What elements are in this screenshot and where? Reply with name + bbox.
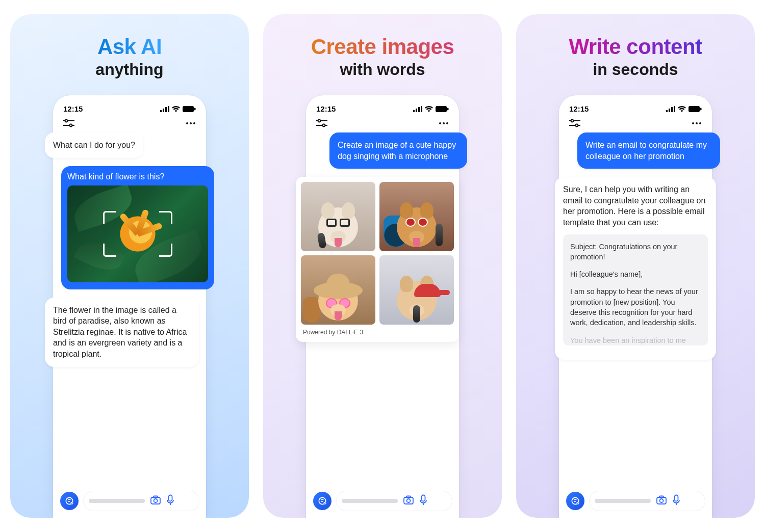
mic-icon[interactable] xyxy=(672,494,680,508)
ai-message: The flower in the image is called a bird… xyxy=(45,298,199,367)
svg-point-48 xyxy=(692,122,694,124)
generated-image[interactable] xyxy=(301,255,375,325)
svg-point-49 xyxy=(696,122,698,124)
user-image-message: What kind of flower is this? xyxy=(61,166,214,289)
text-input[interactable] xyxy=(337,491,452,511)
mic-icon[interactable] xyxy=(419,494,427,508)
svg-point-31 xyxy=(446,122,448,124)
ai-message: What can I do for you? xyxy=(45,132,143,158)
svg-rect-18 xyxy=(169,495,172,501)
app-toolbar xyxy=(566,117,705,132)
phone-mock: 12:15 What can I do for you? What kind o… xyxy=(53,95,206,518)
copilot-button[interactable] xyxy=(60,492,79,510)
svg-rect-15 xyxy=(151,497,160,504)
svg-rect-22 xyxy=(421,106,422,112)
headline-subtitle: in seconds xyxy=(569,60,702,79)
status-icons xyxy=(666,106,702,112)
signal-icon xyxy=(666,106,675,112)
more-icon[interactable] xyxy=(692,122,702,125)
status-time: 12:15 xyxy=(569,104,589,113)
svg-rect-37 xyxy=(422,495,425,501)
app-toolbar xyxy=(313,117,452,132)
generated-image[interactable] xyxy=(301,182,375,251)
user-caption: What kind of flower is this? xyxy=(67,172,208,181)
svg-rect-42 xyxy=(688,106,700,112)
camera-icon[interactable] xyxy=(150,495,161,507)
settings-sliders-icon[interactable] xyxy=(569,119,580,127)
svg-point-9 xyxy=(70,124,72,127)
svg-point-10 xyxy=(186,122,188,124)
headline-subtitle: anything xyxy=(95,60,163,79)
svg-point-35 xyxy=(407,499,411,502)
battery-icon xyxy=(183,106,196,112)
svg-rect-38 xyxy=(666,110,668,112)
promo-panel-write: Write content in seconds 12:15 Write an … xyxy=(516,14,755,518)
svg-point-30 xyxy=(443,122,445,124)
svg-rect-5 xyxy=(194,108,196,110)
email-template: Subject: Congratulations on your promoti… xyxy=(563,234,708,345)
phone-mock: 12:15 Write an email to congratulate my … xyxy=(559,95,712,518)
more-icon[interactable] xyxy=(186,122,196,125)
svg-point-16 xyxy=(154,499,158,502)
svg-rect-36 xyxy=(406,496,411,498)
svg-point-7 xyxy=(65,120,68,122)
input-bar xyxy=(60,491,199,511)
flower-photo xyxy=(67,185,208,282)
camera-icon[interactable] xyxy=(403,495,414,507)
svg-rect-21 xyxy=(418,107,420,112)
chat-area: Create an image of a cute happy dog sing… xyxy=(313,132,452,342)
svg-rect-23 xyxy=(436,106,447,112)
status-time: 12:15 xyxy=(63,104,83,113)
settings-sliders-icon[interactable] xyxy=(316,119,327,127)
focus-frame-icon xyxy=(103,211,172,257)
svg-rect-56 xyxy=(675,495,678,501)
status-icons xyxy=(160,106,196,112)
app-toolbar xyxy=(60,117,199,132)
text-input[interactable] xyxy=(590,491,705,511)
svg-point-28 xyxy=(323,124,325,127)
svg-rect-2 xyxy=(165,107,167,112)
promo-panel-images: Create images with words 12:15 Create an… xyxy=(263,14,502,518)
svg-rect-4 xyxy=(183,106,194,112)
signal-icon xyxy=(160,106,169,112)
svg-rect-34 xyxy=(404,497,413,504)
svg-rect-20 xyxy=(416,109,417,112)
svg-rect-1 xyxy=(163,109,164,112)
camera-icon[interactable] xyxy=(656,495,667,507)
svg-rect-43 xyxy=(700,108,702,110)
battery-icon xyxy=(688,106,702,112)
svg-point-11 xyxy=(190,122,192,124)
more-icon[interactable] xyxy=(439,122,449,125)
wifi-icon xyxy=(171,106,181,112)
svg-point-29 xyxy=(439,122,441,124)
headline-subtitle: with words xyxy=(311,60,454,79)
text-input[interactable] xyxy=(84,491,199,511)
placeholder-line xyxy=(342,499,398,503)
headline: Write content in seconds xyxy=(569,35,702,79)
status-bar: 12:15 xyxy=(60,104,199,117)
headline-title: Ask AI xyxy=(95,35,163,59)
placeholder-line xyxy=(89,499,145,503)
headline-title: Create images xyxy=(311,35,454,59)
email-greeting: Hi [colleague's name], xyxy=(570,269,701,279)
ai-intro-text: Sure, I can help you with writing an ema… xyxy=(563,184,708,228)
mic-icon[interactable] xyxy=(166,494,174,508)
svg-rect-41 xyxy=(674,106,675,112)
copilot-button[interactable] xyxy=(313,492,332,510)
generated-images-card: Powered by DALL·E 3 xyxy=(296,177,459,342)
battery-icon xyxy=(436,106,449,112)
svg-point-50 xyxy=(699,122,701,124)
copilot-button[interactable] xyxy=(566,492,584,510)
input-bar xyxy=(566,491,705,511)
svg-point-12 xyxy=(193,122,195,124)
input-bar xyxy=(313,491,452,511)
status-bar: 12:15 xyxy=(566,104,705,117)
settings-sliders-icon[interactable] xyxy=(63,119,74,127)
generated-image[interactable] xyxy=(379,255,454,325)
headline-title: Write content xyxy=(569,35,702,59)
status-bar: 12:15 xyxy=(313,104,452,117)
generated-image[interactable] xyxy=(379,182,454,251)
svg-rect-19 xyxy=(413,110,415,112)
email-body: I am so happy to hear the news of your p… xyxy=(570,286,701,328)
headline: Create images with words xyxy=(311,35,454,79)
